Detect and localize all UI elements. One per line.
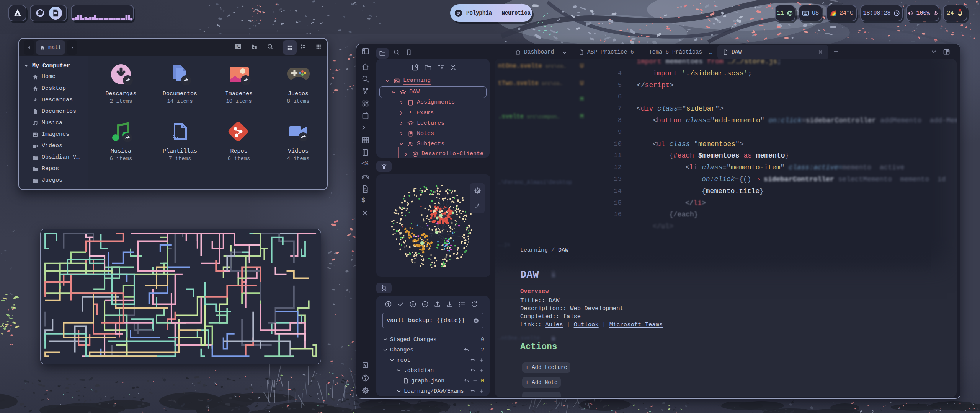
svg-text:$: $ bbox=[237, 44, 238, 47]
